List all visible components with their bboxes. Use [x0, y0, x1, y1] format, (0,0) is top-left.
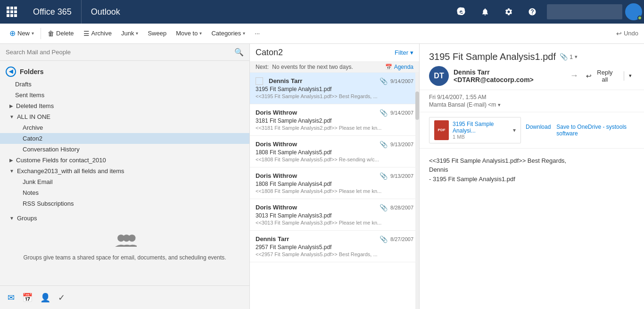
filter-button[interactable]: Filter ▾ [395, 49, 413, 56]
next-events-bar: Next: No events for the next two days. 📅… [250, 62, 419, 73]
sidebar-item-drafts[interactable]: Drafts [0, 79, 249, 90]
archive-button[interactable]: ☰ Archive [80, 28, 116, 39]
junk-button[interactable]: Junk ▾ [117, 28, 142, 39]
email-list-scroll: Dennis Tarr 📎 9/14/2007 3195 Fit Sample … [250, 73, 419, 309]
sidebar-item-convhistory[interactable]: Conversation History [0, 144, 249, 155]
paperclip-icon: 📎 [560, 53, 568, 60]
attachment-info: 3195 Fit Sample Analysi... 1 MB [453, 121, 509, 140]
brand-section: Office 365 [24, 0, 82, 24]
delete-button[interactable]: 🗑 Delete [44, 28, 78, 39]
download-button[interactable]: Download [526, 124, 551, 137]
email-item[interactable]: Doris Withrow 📎 8/28/2007 3013 Fit Sampl… [250, 199, 419, 231]
people-nav-icon[interactable]: 👤 [40, 292, 50, 303]
sender-details: Dennis Tarr <DTARR@catocorp.com> [454, 68, 570, 84]
archive-icon: ☰ [83, 30, 90, 37]
sidebar-item-exchange2013[interactable]: ▼ Exchange2013_with all fields and items [0, 166, 249, 176]
email-item[interactable]: Doris Withrow 📎 9/14/2007 3181 Fit Sampl… [250, 104, 419, 136]
gear-button[interactable] [497, 0, 520, 24]
attachment-indicator: 📎 [380, 109, 388, 117]
scrollbar-thumb[interactable] [415, 92, 419, 120]
attachment-indicator: 📎 [380, 204, 388, 211]
to-expand-icon[interactable]: ▾ [498, 102, 501, 108]
folders-header[interactable]: ◀ Folders [0, 65, 249, 79]
attachment-file[interactable]: 3195 Fit Sample Analysi... 1 MB ▾ [429, 117, 521, 143]
forward-icon[interactable]: → [570, 71, 578, 81]
calendar-nav-icon[interactable]: 📅 [22, 292, 33, 303]
email-body: <<3195 Fit Sample Analysis1.pdf>> Best R… [420, 149, 644, 192]
sidebar-item-archive[interactable]: Archive [0, 122, 249, 133]
email-item[interactable]: Dennis Tarr 📎 9/14/2007 3195 Fit Sample … [250, 73, 419, 104]
attachment-indicator: 📎 [380, 141, 388, 148]
attachment-actions: Download Save to OneDrive - systools sof… [526, 124, 635, 137]
email-meta: Fri 9/14/2007, 1:55 AM Mamta Bansal (E-m… [420, 90, 644, 112]
main-toolbar: ⊕ New ▾ 🗑 Delete ☰ Archive Junk ▾ Sweep … [0, 24, 644, 44]
sidebar-item-allinone[interactable]: ▼ ALL IN ONE [0, 111, 249, 122]
sender-info: DT Dennis Tarr <DTARR@catocorp.com> [429, 66, 570, 86]
new-dropdown-icon[interactable]: ▾ [32, 31, 34, 36]
reading-header: 3195 Fit Sample Analysis1.pdf 📎 1 ▾ DT D… [420, 44, 644, 90]
app-name: Outlook [82, 7, 130, 17]
delete-icon: 🗑 [48, 30, 54, 37]
reply-all-icon: ↩ [586, 72, 592, 80]
folder-tree: ◀ Folders Drafts Sent Items ▶ Deleted It… [0, 61, 249, 285]
save-to-onedrive-button[interactable]: Save to OneDrive - systools software [556, 124, 635, 137]
junk-dropdown-icon[interactable]: ▾ [136, 31, 138, 36]
new-button[interactable]: ⊕ New ▾ [6, 27, 38, 40]
svg-point-2 [128, 234, 135, 242]
user-avatar[interactable] [625, 3, 642, 20]
attachment-indicator: 📎 [380, 77, 388, 85]
sender-avatar: DT [429, 66, 449, 86]
undo-icon: ↩ [616, 30, 622, 37]
search-input[interactable] [6, 49, 234, 56]
next-label: Next: No events for the next two days. [256, 64, 353, 70]
chevron-icon: ▼ [9, 114, 14, 119]
email-item[interactable]: Dennis Tarr 📎 8/27/2007 2957 Fit Sample … [250, 231, 419, 262]
reading-pane-content: Fri 9/14/2007, 1:55 AM Mamta Bansal (E-m… [420, 90, 644, 309]
email-checkbox[interactable] [256, 77, 263, 85]
body-line2: Dennis [429, 165, 635, 175]
groups-section: Groups give teams a shared space for ema… [0, 224, 249, 266]
categories-dropdown-icon[interactable]: ▾ [243, 31, 245, 36]
bell-button[interactable] [473, 0, 497, 24]
skype-button[interactable] [450, 0, 473, 24]
attachment-indicator: 📎 [380, 172, 388, 180]
sidebar-item-junkemail[interactable]: Junk Email [0, 176, 249, 187]
waffle-button[interactable] [0, 0, 24, 24]
scrollbar-track[interactable] [415, 73, 419, 309]
brand-name: Office 365 [33, 7, 72, 17]
pdf-icon [434, 120, 449, 140]
sidebar-item-caton2[interactable]: Caton2 [0, 133, 249, 144]
email-to-row: Mamta Bansal (E-mail) <m ▾ [429, 101, 635, 108]
back-arrow-icon[interactable]: ◀ [6, 67, 16, 77]
help-button[interactable] [520, 0, 544, 24]
user-search[interactable] [547, 4, 622, 19]
attachment-expand-icon[interactable]: ▾ [513, 127, 516, 134]
email-item[interactable]: Doris Withrow 📎 9/13/2007 1808 Fit Sampl… [250, 136, 419, 167]
attach-count-dropdown[interactable]: ▾ [575, 54, 578, 60]
filter-dropdown-icon: ▾ [410, 49, 413, 56]
email-item[interactable]: Doris Withrow 📎 9/13/2007 1808 Fit Sampl… [250, 167, 419, 199]
agenda-button[interactable]: 📅 Agenda [385, 64, 413, 70]
sidebar-item-sent[interactable]: Sent Items [0, 90, 249, 100]
moveto-dropdown-icon[interactable]: ▾ [199, 31, 202, 36]
categories-button[interactable]: Categories ▾ [207, 28, 249, 39]
sidebar-item-notes[interactable]: Notes [0, 187, 249, 198]
topbar-icons [450, 0, 644, 24]
bottom-nav: ✉ 📅 👤 ✓ [0, 285, 249, 309]
sidebar: 🔍 ◀ Folders Drafts Sent Items ▶ [0, 44, 250, 309]
reply-all-dropdown[interactable]: ▾ [626, 70, 635, 82]
tasks-nav-icon[interactable]: ✓ [58, 292, 65, 303]
mail-nav-icon[interactable]: ✉ [8, 292, 15, 303]
search-icon[interactable]: 🔍 [234, 48, 244, 57]
sweep-button[interactable]: Sweep [144, 28, 170, 39]
undo-button[interactable]: ↩ Undo [616, 30, 638, 37]
sidebar-item-customfields[interactable]: ▶ Custome Fields for contact_2010 [0, 155, 249, 166]
sidebar-item-rss[interactable]: RSS Subscriptions [0, 198, 249, 209]
more-button[interactable]: ··· [251, 28, 264, 39]
avatar-status [637, 16, 642, 20]
reply-all-button[interactable]: ↩ Reply all [580, 66, 622, 86]
sidebar-item-deleted[interactable]: ▶ Deleted Items [0, 100, 249, 111]
groups-header[interactable]: ▼ Groups [0, 213, 249, 224]
moveto-button[interactable]: Move to ▾ [172, 28, 206, 39]
waffle-icon [7, 7, 17, 17]
